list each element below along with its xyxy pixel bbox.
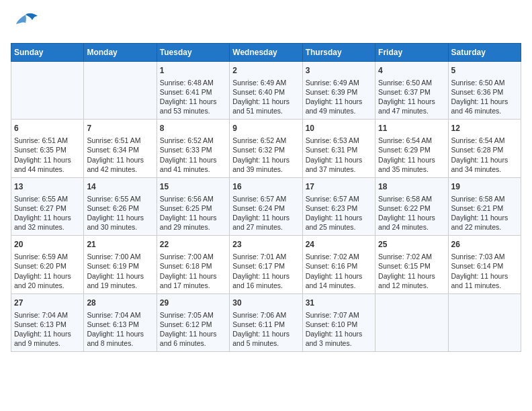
- daylight-text: Daylight: 11 hours: [232, 271, 299, 281]
- daylight-text: Daylight: 11 hours: [451, 213, 518, 222]
- calendar-cell: 21Sunrise: 7:00 AMSunset: 6:19 PMDayligh…: [84, 236, 157, 293]
- daylight-text: and 42 minutes.: [87, 165, 153, 174]
- col-header-monday: Monday: [84, 44, 157, 62]
- daylight-text: and 46 minutes.: [451, 106, 518, 116]
- day-number: 17: [306, 181, 372, 193]
- calendar-cell: 7Sunrise: 6:51 AMSunset: 6:34 PMDaylight…: [84, 120, 157, 177]
- sunset-text: Sunset: 6:32 PM: [232, 145, 299, 154]
- day-number: 1: [160, 65, 226, 77]
- daylight-text: Daylight: 11 hours: [87, 213, 153, 222]
- sunset-text: Sunset: 6:35 PM: [14, 145, 81, 154]
- day-number: 18: [378, 181, 445, 193]
- daylight-text: and 9 minutes.: [14, 338, 81, 348]
- calendar-cell: 3Sunrise: 6:49 AMSunset: 6:39 PMDaylight…: [302, 62, 375, 120]
- sunset-text: Sunset: 6:13 PM: [14, 320, 81, 329]
- sunset-text: Sunset: 6:18 PM: [160, 261, 226, 271]
- sunset-text: Sunset: 6:41 PM: [160, 87, 226, 97]
- sunrise-text: Sunrise: 6:58 AM: [378, 194, 445, 203]
- sunset-text: Sunset: 6:34 PM: [87, 145, 153, 154]
- calendar-cell: 20Sunrise: 6:59 AMSunset: 6:20 PMDayligh…: [11, 236, 84, 293]
- daylight-text: and 12 minutes.: [378, 281, 445, 290]
- calendar-cell: 22Sunrise: 7:00 AMSunset: 6:18 PMDayligh…: [157, 236, 229, 293]
- calendar-cell: 16Sunrise: 6:57 AMSunset: 6:24 PMDayligh…: [230, 177, 302, 235]
- calendar-cell: 26Sunrise: 7:03 AMSunset: 6:14 PMDayligh…: [448, 236, 521, 293]
- daylight-text: Daylight: 11 hours: [306, 329, 372, 338]
- sunset-text: Sunset: 6:14 PM: [451, 261, 518, 271]
- sunrise-text: Sunrise: 7:03 AM: [451, 252, 518, 261]
- calendar-cell: 19Sunrise: 6:58 AMSunset: 6:21 PMDayligh…: [448, 177, 521, 235]
- sunrise-text: Sunrise: 7:00 AM: [87, 252, 153, 261]
- calendar-cell: [11, 62, 84, 120]
- sunset-text: Sunset: 6:25 PM: [160, 203, 226, 213]
- daylight-text: Daylight: 11 hours: [306, 155, 372, 165]
- calendar-cell: [375, 293, 448, 351]
- day-number: 2: [232, 65, 299, 77]
- daylight-text: Daylight: 11 hours: [232, 155, 299, 165]
- sunrise-text: Sunrise: 6:54 AM: [451, 136, 518, 145]
- daylight-text: Daylight: 11 hours: [378, 271, 445, 281]
- daylight-text: Daylight: 11 hours: [232, 97, 299, 106]
- calendar-table: SundayMondayTuesdayWednesdayThursdayFrid…: [11, 43, 521, 352]
- sunrise-text: Sunrise: 7:02 AM: [378, 252, 445, 261]
- day-number: 8: [160, 123, 226, 134]
- day-number: 21: [87, 239, 153, 250]
- sunrise-text: Sunrise: 6:57 AM: [306, 194, 372, 203]
- sunrise-text: Sunrise: 6:53 AM: [306, 136, 372, 145]
- sunrise-text: Sunrise: 6:58 AM: [451, 194, 518, 203]
- calendar-cell: 1Sunrise: 6:48 AMSunset: 6:41 PMDaylight…: [157, 62, 229, 120]
- calendar-cell: 25Sunrise: 7:02 AMSunset: 6:15 PMDayligh…: [375, 236, 448, 293]
- calendar-cell: 4Sunrise: 6:50 AMSunset: 6:37 PMDaylight…: [375, 62, 448, 120]
- sunset-text: Sunset: 6:12 PM: [160, 320, 226, 329]
- daylight-text: and 53 minutes.: [160, 106, 226, 116]
- daylight-text: and 39 minutes.: [232, 165, 299, 174]
- daylight-text: and 11 minutes.: [451, 281, 518, 290]
- daylight-text: Daylight: 11 hours: [14, 271, 81, 281]
- daylight-text: Daylight: 11 hours: [87, 271, 153, 281]
- day-number: 5: [451, 65, 518, 77]
- calendar-cell: 28Sunrise: 7:04 AMSunset: 6:13 PMDayligh…: [84, 293, 157, 351]
- daylight-text: Daylight: 11 hours: [14, 329, 81, 338]
- daylight-text: and 24 minutes.: [378, 222, 445, 232]
- logo-icon: [11, 11, 40, 35]
- col-header-tuesday: Tuesday: [157, 44, 229, 62]
- logo: [11, 11, 43, 35]
- sunrise-text: Sunrise: 6:49 AM: [306, 78, 372, 87]
- calendar-cell: 8Sunrise: 6:52 AMSunset: 6:33 PMDaylight…: [157, 120, 229, 177]
- daylight-text: and 35 minutes.: [378, 165, 445, 174]
- sunset-text: Sunset: 6:28 PM: [451, 145, 518, 154]
- daylight-text: and 34 minutes.: [451, 165, 518, 174]
- daylight-text: and 22 minutes.: [451, 222, 518, 232]
- calendar-cell: 6Sunrise: 6:51 AMSunset: 6:35 PMDaylight…: [11, 120, 84, 177]
- col-header-saturday: Saturday: [448, 44, 521, 62]
- day-number: 15: [160, 181, 226, 193]
- day-number: 14: [87, 181, 153, 193]
- sunrise-text: Sunrise: 7:04 AM: [87, 310, 153, 320]
- day-number: 27: [14, 298, 81, 309]
- daylight-text: and 30 minutes.: [87, 222, 153, 232]
- sunrise-text: Sunrise: 6:50 AM: [451, 78, 518, 87]
- day-number: 30: [232, 298, 299, 309]
- day-number: 10: [306, 123, 372, 134]
- calendar-cell: 12Sunrise: 6:54 AMSunset: 6:28 PMDayligh…: [448, 120, 521, 177]
- day-number: 6: [14, 123, 81, 134]
- day-number: 19: [451, 181, 518, 193]
- daylight-text: Daylight: 11 hours: [14, 213, 81, 222]
- calendar-cell: 5Sunrise: 6:50 AMSunset: 6:36 PMDaylight…: [448, 62, 521, 120]
- daylight-text: and 16 minutes.: [232, 281, 299, 290]
- week-row-1: 1Sunrise: 6:48 AMSunset: 6:41 PMDaylight…: [11, 62, 521, 120]
- day-number: 3: [306, 65, 372, 77]
- sunset-text: Sunset: 6:40 PM: [232, 87, 299, 97]
- sunrise-text: Sunrise: 7:00 AM: [160, 252, 226, 261]
- sunrise-text: Sunrise: 6:48 AM: [160, 78, 226, 87]
- sunset-text: Sunset: 6:27 PM: [14, 203, 81, 213]
- sunrise-text: Sunrise: 6:51 AM: [14, 136, 81, 145]
- daylight-text: and 20 minutes.: [14, 281, 81, 290]
- daylight-text: Daylight: 11 hours: [378, 213, 445, 222]
- sunset-text: Sunset: 6:26 PM: [87, 203, 153, 213]
- week-row-4: 20Sunrise: 6:59 AMSunset: 6:20 PMDayligh…: [11, 236, 521, 293]
- day-number: 23: [232, 239, 299, 250]
- calendar-cell: 23Sunrise: 7:01 AMSunset: 6:17 PMDayligh…: [230, 236, 302, 293]
- sunset-text: Sunset: 6:17 PM: [232, 261, 299, 271]
- sunset-text: Sunset: 6:31 PM: [306, 145, 372, 154]
- day-number: 22: [160, 239, 226, 250]
